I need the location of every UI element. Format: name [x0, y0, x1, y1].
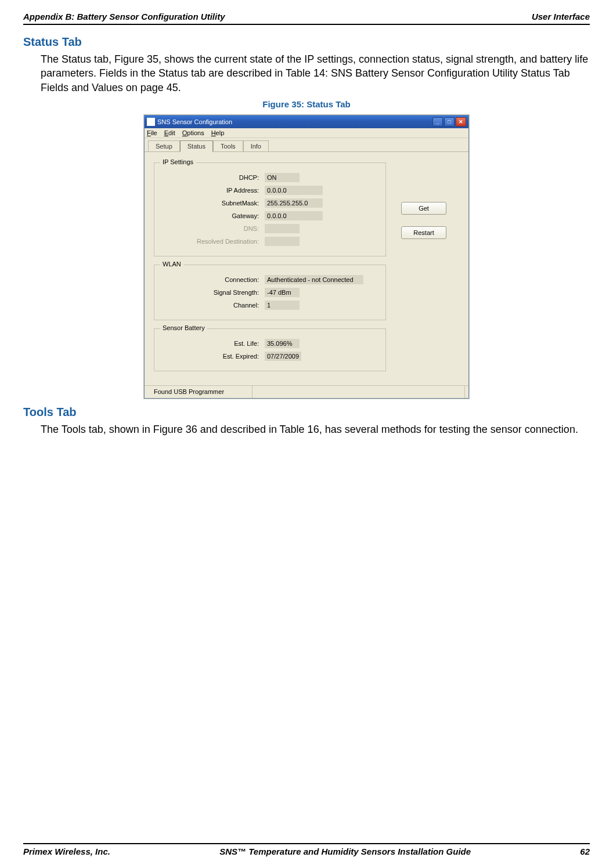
- label-ip-address: IP Address:: [160, 187, 265, 194]
- window-title: SNS Sensor Configuration: [157, 118, 232, 125]
- app-window: SNS Sensor Configuration _ □ ✕ File Edit…: [144, 115, 469, 399]
- menu-help[interactable]: Help: [211, 129, 225, 136]
- header-right: User Interface: [532, 12, 590, 21]
- battery-group: Sensor Battery Est. Life: 35.096% Est. E…: [154, 328, 386, 371]
- value-est-expired: 07/27/2009: [265, 352, 301, 361]
- label-connection: Connection:: [160, 276, 265, 283]
- wlan-group: WLAN Connection: Authenticated - not Con…: [154, 265, 386, 320]
- row-est-life: Est. Life: 35.096%: [160, 337, 380, 350]
- menu-options[interactable]: Options: [182, 129, 204, 136]
- ip-settings-legend: IP Settings: [160, 158, 196, 165]
- row-est-expired: Est. Expired: 07/27/2009: [160, 350, 380, 363]
- value-channel: 1: [265, 301, 300, 310]
- titlebar: SNS Sensor Configuration _ □ ✕: [145, 115, 468, 128]
- close-button[interactable]: ✕: [456, 117, 466, 126]
- value-resolved-dest: [265, 237, 300, 246]
- value-dhcp: ON: [265, 173, 300, 182]
- label-est-expired: Est. Expired:: [160, 353, 265, 360]
- header-left: Appendix B: Battery Sensor Configuration…: [23, 12, 225, 21]
- figure-35-caption: Figure 35: Status Tab: [23, 99, 590, 109]
- tab-tools[interactable]: Tools: [213, 140, 243, 151]
- row-channel: Channel: 1: [160, 299, 380, 312]
- value-est-life: 35.096%: [265, 339, 300, 348]
- label-gateway: Gateway:: [160, 212, 265, 219]
- status-tab-heading: Status Tab: [23, 35, 590, 49]
- value-ip-address: 0.0.0.0: [265, 186, 323, 195]
- side-buttons: Get Restart: [401, 202, 446, 239]
- maximize-button[interactable]: □: [444, 117, 455, 126]
- value-dns: [265, 224, 300, 233]
- tab-setup[interactable]: Setup: [148, 140, 180, 151]
- running-header: Appendix B: Battery Sensor Configuration…: [23, 12, 590, 25]
- label-dns: DNS:: [160, 225, 265, 232]
- client-area: Get Restart IP Settings DHCP: ON IP Addr…: [145, 152, 468, 385]
- footer-center: SNS™ Temperature and Humidity Sensors In…: [219, 847, 471, 856]
- value-signal: -47 dBm: [265, 288, 300, 297]
- battery-legend: Sensor Battery: [160, 324, 207, 331]
- tab-info[interactable]: Info: [243, 140, 269, 151]
- statusbar-msg: Found USB Programmer: [148, 386, 253, 398]
- label-resolved-dest: Resolved Destination:: [160, 238, 265, 245]
- menubar: File Edit Options Help: [145, 128, 468, 138]
- figure-35: SNS Sensor Configuration _ □ ✕ File Edit…: [23, 115, 590, 399]
- label-subnet: SubnetMask:: [160, 200, 265, 207]
- window-controls: _ □ ✕: [432, 117, 466, 126]
- app-icon: [147, 118, 155, 126]
- row-dns: DNS:: [160, 222, 380, 235]
- menu-edit[interactable]: Edit: [164, 129, 175, 136]
- running-footer: Primex Wireless, Inc. SNS™ Temperature a…: [23, 843, 590, 856]
- row-signal: Signal Strength: -47 dBm: [160, 286, 380, 299]
- tab-status[interactable]: Status: [180, 140, 213, 152]
- value-subnet: 255.255.255.0: [265, 198, 323, 208]
- page: Appendix B: Battery Sensor Configuration…: [0, 0, 613, 436]
- value-connection: Authenticated - not Connected: [265, 275, 363, 284]
- row-ip-address: IP Address: 0.0.0.0: [160, 184, 380, 197]
- label-est-life: Est. Life:: [160, 340, 265, 347]
- wlan-legend: WLAN: [160, 261, 183, 267]
- tools-tab-heading: Tools Tab: [23, 406, 590, 419]
- row-gateway: Gateway: 0.0.0.0: [160, 209, 380, 222]
- statusbar-empty: [253, 386, 465, 398]
- footer-right: 62: [580, 847, 590, 856]
- tab-bar: Setup Status Tools Info: [145, 138, 468, 152]
- status-tab-paragraph: The Status tab, Figure 35, shows the cur…: [41, 52, 590, 95]
- row-resolved-dest: Resolved Destination:: [160, 235, 380, 248]
- label-signal: Signal Strength:: [160, 289, 265, 296]
- value-gateway: 0.0.0.0: [265, 211, 323, 220]
- footer-left: Primex Wireless, Inc.: [23, 847, 110, 856]
- row-connection: Connection: Authenticated - not Connecte…: [160, 273, 380, 286]
- menu-file[interactable]: File: [147, 129, 157, 136]
- row-dhcp: DHCP: ON: [160, 171, 380, 184]
- client-inner: Get Restart IP Settings DHCP: ON IP Addr…: [154, 162, 459, 371]
- statusbar: Found USB Programmer: [145, 385, 468, 398]
- row-subnet: SubnetMask: 255.255.255.0: [160, 197, 380, 209]
- tools-tab-paragraph: The Tools tab, shown in Figure 36 and de…: [41, 422, 590, 436]
- ip-settings-group: IP Settings DHCP: ON IP Address: 0.0.0.0…: [154, 162, 386, 256]
- titlebar-left: SNS Sensor Configuration: [147, 118, 232, 126]
- minimize-button[interactable]: _: [432, 117, 443, 126]
- get-button[interactable]: Get: [401, 202, 446, 215]
- label-channel: Channel:: [160, 302, 265, 309]
- label-dhcp: DHCP:: [160, 174, 265, 181]
- restart-button[interactable]: Restart: [401, 226, 446, 239]
